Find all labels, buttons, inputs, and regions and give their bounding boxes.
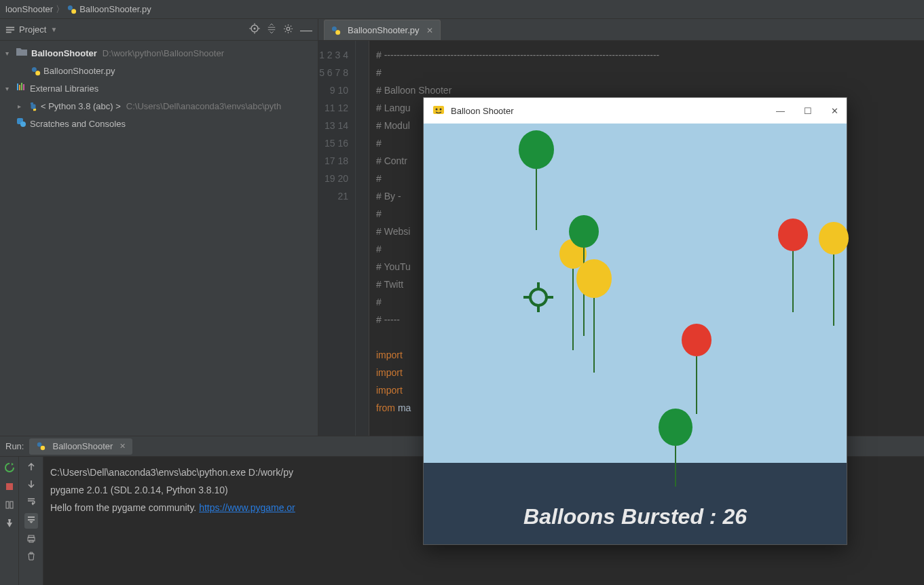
- python-file-icon: [67, 5, 77, 14]
- project-sidebar: Project ▼ — ▾ BalloonShooter D:\work\pyt…: [0, 19, 318, 436]
- game-window: Balloon Shooter — ☐ ✕ Balloons Bursted :…: [423, 97, 847, 545]
- python-file-icon: [31, 67, 41, 76]
- maximize-icon[interactable]: ☐: [804, 106, 812, 116]
- editor-tabs: BalloonShooter.py ✕: [318, 19, 924, 41]
- line-gutter: 1 2 3 4 5 6 7 8 9 10 11 12 13 14 15 16 1…: [318, 41, 356, 436]
- editor-tab[interactable]: BalloonShooter.py ✕: [324, 20, 441, 40]
- print-icon[interactable]: [26, 534, 36, 546]
- folder-icon: [16, 45, 27, 62]
- close-icon[interactable]: ✕: [119, 442, 126, 451]
- svg-point-20: [20, 121, 26, 127]
- library-icon: [16, 80, 26, 98]
- pygame-icon: [432, 103, 445, 119]
- down-icon[interactable]: [26, 479, 36, 491]
- console-link[interactable]: https://www.pygame.or: [199, 502, 295, 513]
- svg-point-24: [41, 446, 45, 451]
- svg-rect-16: [21, 83, 22, 90]
- svg-rect-4: [6, 31, 12, 33]
- stop-icon[interactable]: [5, 482, 14, 493]
- tree-project-root[interactable]: ▾ BalloonShooter D:\work\python\BalloonS…: [5, 45, 318, 62]
- run-config-tab[interactable]: BalloonShooter ✕: [29, 438, 132, 455]
- svg-rect-3: [6, 29, 14, 31]
- tree-external-libs[interactable]: ▾ External Libraries: [5, 80, 318, 98]
- svg-point-23: [37, 442, 42, 447]
- score-text: Balloons Bursted : 26: [424, 504, 847, 529]
- python-icon: [29, 102, 38, 111]
- balloon[interactable]: [819, 222, 849, 254]
- svg-point-21: [332, 26, 337, 31]
- svg-point-13: [35, 71, 40, 75]
- console-line: C:\Users\Dell\anaconda3\envs\abc\python.…: [50, 467, 293, 478]
- dropdown-icon[interactable]: ▼: [50, 26, 57, 33]
- balloon[interactable]: [569, 215, 599, 248]
- python-env-path: C:\Users\Dell\anaconda3\envs\abc\pyth: [126, 98, 281, 115]
- external-libs-label: External Libraries: [30, 80, 98, 98]
- gear-icon[interactable]: [283, 24, 293, 36]
- chevron-down-icon: ▾: [5, 80, 15, 98]
- close-icon[interactable]: ✕: [831, 106, 838, 116]
- svg-point-11: [287, 27, 290, 31]
- svg-point-0: [68, 5, 73, 10]
- score-label: Balloons Bursted :: [523, 504, 722, 529]
- wrap-icon[interactable]: [26, 496, 36, 508]
- breadcrumb-project[interactable]: loonShooter: [5, 4, 53, 14]
- svg-rect-18: [31, 105, 36, 109]
- up-icon[interactable]: [26, 462, 36, 474]
- pin-icon[interactable]: [5, 518, 14, 530]
- balloon[interactable]: [576, 259, 612, 298]
- console-line: Hello from the pygame community.: [50, 502, 199, 513]
- svg-rect-17: [23, 84, 24, 90]
- trash-icon[interactable]: [26, 551, 36, 563]
- crosshair: [522, 281, 555, 314]
- scratches-icon: [16, 115, 26, 133]
- rerun-icon[interactable]: [4, 462, 15, 475]
- project-view-icon: [5, 25, 15, 35]
- project-panel-title[interactable]: Project: [19, 24, 46, 35]
- balloon[interactable]: [682, 324, 712, 356]
- console-line: pygame 2.0.1 (SDL 2.0.14, Python 3.8.10): [50, 485, 228, 495]
- svg-rect-25: [6, 483, 13, 490]
- editor-tab-label: BalloonShooter.py: [348, 25, 420, 35]
- fold-gutter: [356, 41, 369, 436]
- scratches-label: Scratches and Consoles: [30, 115, 126, 133]
- chevron-right-icon: ▸: [18, 98, 27, 115]
- collapse-all-icon[interactable]: [267, 24, 276, 35]
- svg-point-12: [32, 67, 37, 72]
- locate-icon[interactable]: [249, 23, 260, 36]
- scroll-icon[interactable]: [24, 513, 38, 529]
- run-panel-label: Run:: [5, 441, 24, 451]
- svg-rect-26: [6, 502, 9, 508]
- tree-file-label: BalloonShooter.py: [43, 62, 115, 80]
- tree-scratches[interactable]: Scratches and Consoles: [5, 115, 318, 133]
- tree-python-env[interactable]: ▸ < Python 3.8 (abc) > C:\Users\Dell\ana…: [5, 98, 318, 115]
- run-toolbar-left: [0, 457, 19, 585]
- close-icon[interactable]: ✕: [426, 26, 433, 35]
- chevron-down-icon: ▾: [5, 45, 15, 62]
- hide-icon[interactable]: —: [300, 26, 312, 33]
- svg-rect-15: [19, 85, 20, 90]
- chevron-right-icon: 〉: [56, 3, 64, 16]
- breadcrumb: loonShooter 〉 BalloonShooter.py: [0, 0, 924, 19]
- project-name: BalloonShooter: [31, 45, 97, 62]
- score-value: 26: [722, 504, 747, 529]
- tree-file[interactable]: BalloonShooter.py: [5, 62, 318, 80]
- balloon[interactable]: [519, 130, 554, 169]
- game-title: Balloon Shooter: [451, 106, 514, 116]
- layout-icon[interactable]: [5, 500, 14, 512]
- run-config-label: BalloonShooter: [52, 441, 113, 451]
- svg-point-22: [335, 30, 340, 35]
- titlebar[interactable]: Balloon Shooter — ☐ ✕: [424, 98, 847, 124]
- svg-rect-14: [17, 83, 18, 90]
- breadcrumb-file[interactable]: BalloonShooter.py: [79, 4, 151, 14]
- svg-point-34: [530, 289, 547, 305]
- run-toolbar: [19, 457, 43, 585]
- python-env-label: < Python 3.8 (abc) >: [41, 98, 121, 115]
- python-file-icon: [36, 442, 45, 451]
- minimize-icon[interactable]: —: [776, 106, 785, 116]
- game-canvas[interactable]: Balloons Bursted : 26: [424, 124, 847, 544]
- sky: [424, 124, 847, 463]
- balloon[interactable]: [659, 409, 692, 446]
- project-path: D:\work\python\BalloonShooter: [103, 45, 224, 62]
- balloon[interactable]: [778, 219, 808, 251]
- python-file-icon: [331, 26, 341, 35]
